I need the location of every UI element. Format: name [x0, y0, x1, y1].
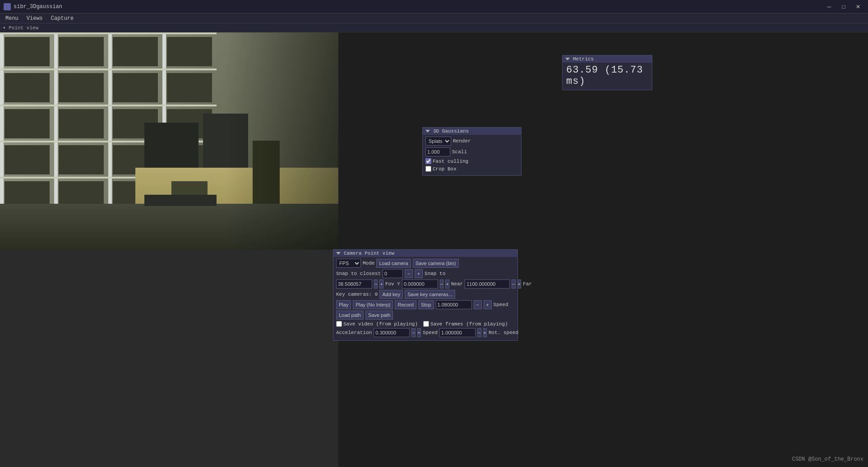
fast-culling-label: Fast culling: [433, 159, 468, 164]
mode-select[interactable]: SplatsPoints: [425, 137, 451, 146]
path-row: Load path Save path: [336, 311, 515, 320]
acceleration-label: Acceleration: [336, 330, 372, 335]
titlebar-title: sibr_3Dgaussian: [14, 4, 62, 10]
camera-header: Camera Point view: [333, 250, 517, 257]
acceleration-input[interactable]: [374, 328, 410, 337]
save-video-checkbox[interactable]: [336, 321, 342, 327]
fps-display: 63.59 (15.73 ms): [566, 64, 648, 87]
save-video-label[interactable]: Save video (from playing): [336, 321, 418, 327]
watermark: CSDN @Son_of_the_Bronx: [792, 456, 863, 462]
menubar: Menu Views Capture: [0, 14, 868, 23]
speed-input[interactable]: [436, 300, 472, 309]
snap-input[interactable]: [383, 269, 403, 278]
play-button[interactable]: Play: [336, 300, 351, 309]
crop-box-row: Crop Box: [425, 166, 518, 172]
menu-item-menu[interactable]: Menu: [2, 14, 22, 23]
app-icon: [4, 3, 11, 10]
fast-culling-checkbox-label[interactable]: Fast culling: [425, 158, 468, 164]
fov-input[interactable]: [336, 279, 372, 288]
fovy-minus-btn[interactable]: −: [440, 279, 443, 288]
near-plus-btn[interactable]: +: [517, 279, 521, 288]
near-input[interactable]: [465, 279, 510, 288]
render-label: Render: [453, 138, 471, 144]
speed2-plus-btn[interactable]: +: [483, 328, 487, 337]
menu-item-views[interactable]: Views: [23, 14, 46, 23]
speed-plus-btn[interactable]: +: [484, 300, 492, 309]
acc-plus-btn[interactable]: +: [417, 328, 421, 337]
far-label: Far: [523, 281, 532, 287]
snap-to-label: Snap to: [425, 271, 445, 276]
gaussians-body: SplatsPoints Render Scali Fast culling C…: [423, 135, 521, 175]
add-key-button[interactable]: Add key: [379, 290, 403, 299]
acc-minus-btn[interactable]: −: [411, 328, 415, 337]
fov-minus-btn[interactable]: −: [374, 279, 378, 288]
save-options-row: Save video (from playing) Save frames (f…: [336, 321, 515, 327]
save-frames-label[interactable]: Save frames (from playing): [423, 321, 508, 327]
breadcrumb-text: ▾ Point view: [3, 25, 38, 31]
save-path-button[interactable]: Save path: [365, 311, 393, 320]
speed2-label: Speed: [423, 330, 438, 335]
speed2-minus-btn[interactable]: −: [477, 328, 481, 337]
near-label: Near: [451, 281, 463, 287]
speed-minus-btn[interactable]: −: [474, 300, 482, 309]
viewport-canvas: [0, 32, 338, 250]
fps-mode-select[interactable]: FPSOrbit: [336, 259, 361, 268]
speed-label: Speed: [494, 302, 508, 307]
menu-item-capture[interactable]: Capture: [47, 14, 77, 23]
titlebar-controls: ─ □ ✕: [823, 2, 864, 11]
stop-button[interactable]: Stop: [418, 300, 434, 309]
gaussians-title: 3D Gaussians: [433, 128, 469, 134]
close-button[interactable]: ✕: [852, 2, 864, 11]
maximize-button[interactable]: □: [837, 2, 850, 11]
acceleration-row: Acceleration − + Speed − + Rot. speed: [336, 328, 515, 337]
snap-closest-label: Snap to closest: [336, 271, 381, 276]
near-minus-btn[interactable]: −: [512, 279, 515, 288]
snap-minus-btn[interactable]: −: [405, 269, 413, 278]
titlebar-left: sibr_3Dgaussian: [4, 3, 62, 10]
crop-box-label: Crop Box: [433, 166, 457, 172]
save-frames-checkbox[interactable]: [423, 321, 429, 327]
rot-speed-label: Rot. speed: [489, 330, 518, 335]
gaussians-collapse-icon[interactable]: [425, 130, 430, 133]
crop-box-checkbox-label[interactable]: Crop Box: [425, 166, 457, 172]
metrics-body: 63.59 (15.73 ms): [563, 63, 652, 90]
fast-culling-checkbox[interactable]: [425, 158, 431, 164]
metrics-collapse-icon[interactable]: [565, 58, 570, 60]
main-content: Metrics 63.59 (15.73 ms) 3D Gaussians Sp…: [0, 32, 868, 467]
viewport: [0, 32, 338, 250]
key-cameras-label: Key cameras: 0: [336, 292, 378, 297]
key-cameras-row: Key cameras: 0 Add key Save key cameras.…: [336, 290, 515, 299]
snap-plus-btn[interactable]: +: [415, 269, 423, 278]
camera-collapse-icon[interactable]: [336, 252, 341, 255]
gaussians-mode-row: SplatsPoints Render: [425, 137, 518, 146]
save-key-cameras-button[interactable]: Save key cameras...: [405, 290, 455, 299]
record-button[interactable]: Record: [395, 300, 416, 309]
metrics-header: Metrics: [563, 55, 652, 63]
speed2-input[interactable]: [439, 328, 476, 337]
fov-y-input[interactable]: [402, 279, 438, 288]
fps-value: 63.59: [566, 64, 598, 76]
breadcrumb: ▾ Point view: [0, 23, 868, 32]
camera-mode-row: FPSOrbit Mode Load camera Save camera (b…: [336, 259, 515, 268]
titlebar: sibr_3Dgaussian ─ □ ✕: [0, 0, 868, 14]
load-camera-button[interactable]: Load camera: [376, 259, 411, 268]
snap-row: Snap to closest − + Snap to: [336, 269, 515, 278]
play-no-interp-button[interactable]: Play (No Interp): [353, 300, 393, 309]
fov-plus-btn[interactable]: +: [379, 279, 383, 288]
playback-row: Play Play (No Interp) Record Stop − + Sp…: [336, 300, 515, 309]
camera-body: FPSOrbit Mode Load camera Save camera (b…: [333, 257, 517, 340]
camera-panel: Camera Point view FPSOrbit Mode Load cam…: [333, 249, 518, 341]
minimize-button[interactable]: ─: [823, 2, 836, 11]
save-camera-button[interactable]: Save camera (bin): [413, 259, 459, 268]
crop-box-checkbox[interactable]: [425, 166, 431, 172]
fovy-plus-btn[interactable]: +: [445, 279, 449, 288]
gaussians-panel: 3D Gaussians SplatsPoints Render Scali F…: [422, 127, 522, 176]
fast-culling-row: Fast culling: [425, 158, 518, 164]
scale-input[interactable]: [425, 147, 450, 156]
fov-y-label: Fov Y: [385, 281, 400, 287]
load-path-button[interactable]: Load path: [336, 311, 364, 320]
save-video-text: Save video (from playing): [343, 321, 418, 327]
save-frames-text: Save frames (from playing): [430, 321, 508, 327]
mode-label: Mode: [363, 261, 374, 266]
fov-row: − + Fov Y − + Near − + Far: [336, 279, 515, 288]
